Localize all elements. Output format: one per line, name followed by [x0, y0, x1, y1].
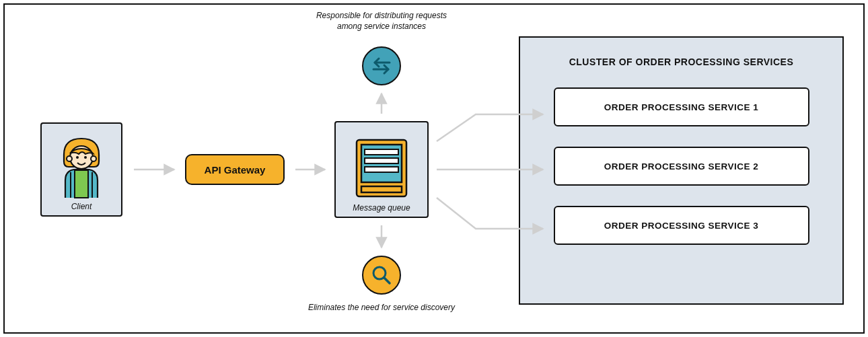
svg-rect-12: [365, 167, 398, 172]
service-box-2: ORDER PROCESSING SERVICE 2: [554, 147, 809, 186]
client-label: Client: [71, 202, 92, 211]
service-label: ORDER PROCESSING SERVICE 1: [604, 102, 759, 112]
load-balancer-icon: [362, 46, 401, 85]
service-box-3: ORDER PROCESSING SERVICE 3: [554, 206, 809, 245]
svg-point-3: [76, 156, 79, 159]
service-box-1: ORDER PROCESSING SERVICE 1: [554, 87, 809, 126]
svg-point-4: [84, 156, 87, 159]
api-gateway-label: API Gateway: [205, 164, 266, 176]
message-queue-node: Message queue: [334, 121, 429, 218]
annotation-distributing: Responsible for distributing requests am…: [304, 10, 459, 32]
api-gateway-node: API Gateway: [185, 154, 285, 185]
cluster-node: CLUSTER OF ORDER PROCESSING SERVICES ORD…: [519, 36, 844, 305]
cluster-title: CLUSTER OF ORDER PROCESSING SERVICES: [569, 57, 794, 67]
service-label: ORDER PROCESSING SERVICE 2: [604, 161, 759, 172]
svg-rect-13: [361, 186, 402, 192]
annotation-discovery: Eliminates the need for service discover…: [304, 302, 459, 313]
svg-rect-11: [365, 158, 398, 163]
svg-rect-10: [365, 149, 398, 155]
svg-line-17: [384, 278, 390, 283]
diagram-canvas: Client API Gateway Message queue Respons…: [3, 3, 865, 334]
client-node: Client: [40, 122, 122, 217]
service-discovery-icon: [362, 256, 401, 295]
svg-point-2: [91, 156, 96, 161]
message-queue-label: Message queue: [353, 203, 410, 213]
service-label: ORDER PROCESSING SERVICE 3: [604, 221, 759, 231]
client-icon: [54, 132, 109, 199]
svg-rect-5: [75, 170, 88, 198]
svg-point-1: [67, 156, 72, 161]
message-queue-icon: [353, 136, 410, 200]
